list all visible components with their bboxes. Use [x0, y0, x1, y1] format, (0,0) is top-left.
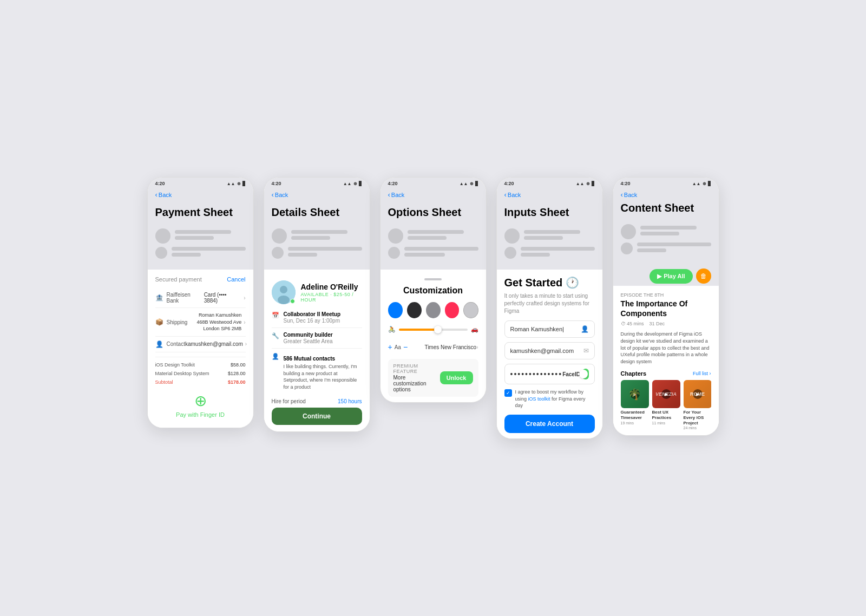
- options-skeleton: [380, 224, 486, 270]
- line-item-1: iOS Design Toolkit $58.00: [155, 361, 246, 369]
- line-item-total: Subtotal $178.00: [155, 378, 246, 386]
- calendar-icon: 📅: [272, 312, 279, 324]
- options-phone: 4:20 ▲▲ ⊛ ▊ ‹ Back Options Sheet: [380, 177, 487, 403]
- content-skeleton: [613, 220, 719, 265]
- back-button-details[interactable]: ‹ Back: [272, 191, 362, 199]
- contact-icon: 👤: [155, 340, 163, 348]
- episode-title: The Importance Of Components: [621, 299, 711, 318]
- create-account-button[interactable]: Create Account: [504, 415, 595, 433]
- episode-meta: ⏱ 45 mins 31 Dec: [621, 321, 711, 326]
- online-indicator: [290, 299, 295, 304]
- meta-time: ⏱ 45 mins: [621, 321, 644, 326]
- status-bar-options: 4:20 ▲▲ ⊛ ▊: [380, 178, 486, 188]
- chapter-card-1[interactable]: ▶ 🌴 Guaranteed Timesaver 19 mins: [621, 380, 649, 430]
- get-started-title: Get Started 🕐: [497, 270, 602, 292]
- line-item-2: Material Desktop System $128.00: [155, 369, 246, 378]
- slider-track[interactable]: [399, 329, 468, 331]
- email-input[interactable]: kamushken@gmail.com ✉: [504, 342, 595, 359]
- secured-label: Secured payment: [155, 276, 202, 283]
- color-gray[interactable]: [426, 302, 441, 318]
- back-button-options[interactable]: ‹ Back: [388, 191, 478, 199]
- inputs-body: Get Started 🕐 It only takes a minute to …: [497, 270, 602, 438]
- continue-button[interactable]: Continue: [272, 408, 362, 425]
- status-time: 4:20: [155, 181, 165, 186]
- hire-label: Hire for period: [272, 398, 306, 404]
- payment-skeleton: [148, 224, 253, 270]
- item2-amount: $128.00: [228, 371, 246, 376]
- get-started-desc: It only takes a minute to start using pe…: [497, 292, 602, 320]
- role-icon: 🔧: [272, 332, 279, 344]
- skeleton-circle-sm: [155, 247, 167, 259]
- chapter-name-2: Best UX Practices: [652, 410, 680, 420]
- meetup-sub: Sun, Dec 16 ay 1:00pm: [284, 318, 341, 324]
- phones-container: 4:20 ▲▲ ⊛ ▊ ‹ Back Payment Sheet: [126, 145, 741, 471]
- full-list-link[interactable]: Full list ›: [693, 371, 711, 376]
- content-header: ‹ Back: [613, 188, 719, 199]
- car-icon: 🚗: [471, 326, 478, 333]
- chapter-name-3: For Your Every iOS Project: [684, 410, 711, 425]
- profile-name: Adeline O'Reilly: [301, 283, 362, 291]
- svg-point-2: [278, 296, 290, 304]
- inputs-title: Inputs Sheet: [497, 203, 602, 224]
- color-pink[interactable]: [445, 302, 460, 318]
- line-items: iOS Design Toolkit $58.00 Material Deskt…: [155, 357, 246, 386]
- slider-row: 🚴 🚗: [388, 326, 478, 333]
- play-all-button[interactable]: ▶ Play All: [650, 269, 692, 284]
- password-input[interactable]: •••••••••••••• FaceID: [504, 364, 595, 384]
- status-icons: ▲▲ ⊛ ▊: [227, 181, 246, 186]
- chapter-card-2[interactable]: ▶ VENEZIA Best UX Practices 11 mins: [652, 380, 680, 430]
- name-value: Roman Kamushken|: [510, 326, 564, 332]
- payment-row-bank[interactable]: 🏦 Raiffeisen Bank Card (•••• 3884) ›: [155, 288, 246, 308]
- unlock-button[interactable]: Unlock: [440, 371, 473, 384]
- back-button-payment[interactable]: ‹ Back: [155, 191, 246, 199]
- status-time-o: 4:20: [388, 181, 398, 186]
- toolkit-link[interactable]: iOS toolkit: [528, 396, 550, 402]
- back-button-inputs[interactable]: ‹ Back: [504, 191, 595, 199]
- status-time-i: 4:20: [504, 181, 514, 186]
- options-body: Customization 🚴 🚗 + Aa −: [380, 270, 486, 402]
- payment-row-contact[interactable]: 👤 Contact kamushken@gmail.com ›: [155, 337, 246, 352]
- play-icon: ▶: [657, 273, 661, 280]
- payment-phone: 4:20 ▲▲ ⊛ ▊ ‹ Back Payment Sheet: [147, 177, 254, 428]
- payment-title: Payment Sheet: [148, 203, 253, 224]
- role-title: Community builder: [284, 332, 333, 338]
- mutual-contacts: 586 Mutual contacts: [284, 352, 362, 363]
- chapter-card-3[interactable]: ▶ ROME For Your Every iOS Project 24 min…: [684, 380, 711, 430]
- shipping-icon: 📦: [155, 318, 163, 326]
- status-bar-content: 4:20 ▲▲ ⊛ ▊: [613, 178, 719, 188]
- detail-role: 🔧 Community builder Greater Seattle Area: [272, 328, 362, 349]
- chapters-header: Chapters Full list ›: [621, 370, 711, 377]
- color-dark[interactable]: [407, 302, 422, 318]
- contact-label: Contact: [167, 341, 185, 347]
- chapter-duration-2: 11 mins: [652, 421, 680, 425]
- slider-thumb[interactable]: [434, 326, 442, 333]
- back-button-content[interactable]: ‹ Back: [621, 191, 711, 199]
- customization-title: Customization: [388, 286, 478, 296]
- chapter-name-1: Guaranteed Timesaver: [621, 410, 649, 420]
- color-blue[interactable]: [388, 302, 403, 318]
- detail-bio: 👤 586 Mutual contacts I like building th…: [272, 349, 362, 394]
- font-chevron: ›: [476, 344, 478, 350]
- chapter-duration-3: 24 mins: [684, 426, 711, 430]
- font-decrease[interactable]: +: [388, 343, 392, 351]
- contact-email: kamushken@gmail.com: [185, 341, 243, 347]
- premium-info: PREMIUM FEATURE More customization optio…: [393, 363, 440, 392]
- color-light[interactable]: [463, 302, 478, 318]
- subtotal-label: Subtotal: [155, 379, 173, 385]
- bank-label: Raiffeisen Bank: [167, 292, 204, 304]
- delete-button[interactable]: 🗑: [696, 268, 711, 284]
- card-value: Card (•••• 3884): [204, 292, 242, 304]
- font-row: + Aa − Times New Francisco ›: [388, 339, 478, 355]
- status-time-d: 4:20: [272, 181, 281, 186]
- font-name: Times New Francisco ›: [424, 344, 478, 350]
- fingerprint-section[interactable]: ⊕ Pay with Finger ID: [155, 386, 246, 421]
- cancel-button[interactable]: Cancel: [227, 276, 245, 283]
- agree-checkbox[interactable]: ✓: [504, 389, 512, 397]
- chapter-thumb-3: ▶ ROME: [684, 380, 711, 408]
- faceid-toggle[interactable]: [582, 369, 589, 379]
- color-options: [388, 302, 478, 318]
- options-header: ‹ Back: [380, 188, 486, 203]
- font-increase[interactable]: −: [403, 343, 408, 351]
- payment-row-shipping[interactable]: 📦 Shipping Roman Kamushken 468B Westwood…: [155, 308, 246, 337]
- name-input[interactable]: Roman Kamushken| 👤: [504, 320, 595, 338]
